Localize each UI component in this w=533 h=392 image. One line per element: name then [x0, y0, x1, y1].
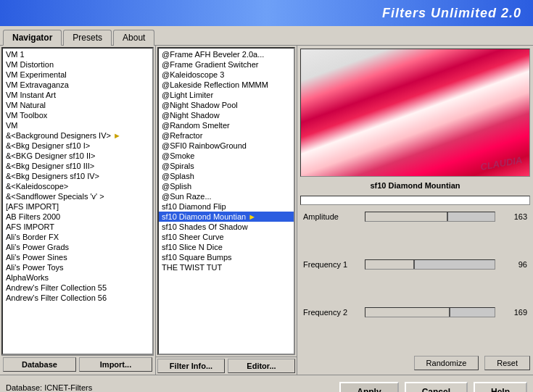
tab-presets[interactable]: Presets [63, 30, 112, 46]
right-panel: CLAUDIA sf10 Diamond Mountian Amplitude1… [297, 46, 533, 375]
right-list-item[interactable]: @Frame Gradient Switcher [159, 59, 294, 70]
tab-about[interactable]: About [113, 30, 154, 46]
left-list-item[interactable]: AFS IMPORT [3, 222, 152, 232]
randomize-button[interactable]: Randomize [414, 356, 479, 370]
left-list-item[interactable]: &<Bkg Designer sf10 III> [3, 161, 152, 171]
filter-name-label: sf10 Diamond Mountian [300, 180, 530, 191]
param-slider-fill [365, 308, 450, 317]
preview-image: CLAUDIA [300, 49, 530, 177]
filter-list[interactable]: @Frame AFH Beveler 2.0a...@Frame Gradien… [159, 49, 294, 354]
left-list-item[interactable]: AlphaWorks [3, 272, 152, 283]
right-list-item[interactable]: @Splash [159, 171, 294, 181]
left-list-item[interactable]: VM Toolbox [3, 110, 152, 120]
title-bar: Filters Unlimited 2.0 [0, 0, 533, 26]
right-list-item[interactable]: sf10 Sheer Curve [159, 232, 294, 242]
right-list-item[interactable]: @Frame AFH Beveler 2.0a... [159, 49, 294, 59]
status-bar: Database: ICNET-Filters Filters: 2931 Ap… [0, 375, 533, 392]
filter-list-panel: @Frame AFH Beveler 2.0a...@Frame Gradien… [156, 46, 297, 375]
left-list-item[interactable]: Ali's Power Toys [3, 262, 152, 272]
right-list-item[interactable]: @Night Shadow Pool [159, 100, 294, 110]
right-list-item[interactable]: @Night Shadow [159, 110, 294, 120]
import-button[interactable]: Import... [79, 357, 152, 372]
right-list-item[interactable]: @Random Smelter [159, 120, 294, 130]
empty-param-row [300, 273, 530, 288]
right-list-item[interactable]: @Kaleidoscope 3 [159, 70, 294, 80]
left-list-item[interactable]: Ali's Border FX [3, 232, 152, 242]
left-list-item[interactable]: &<Bkg Designer sf10 I> [3, 141, 152, 151]
left-list-item[interactable]: Ali's Power Grads [3, 242, 152, 252]
right-list-item[interactable]: THE TWIST TUT [159, 262, 294, 272]
arrow-indicator-icon: ► [246, 212, 256, 221]
right-list-item[interactable]: sf10 Square Bumps [159, 252, 294, 262]
param-slider[interactable] [365, 307, 495, 317]
category-list-container: VM 1VM DistortionVM ExperimentalVM Extra… [1, 47, 154, 355]
tab-navigator[interactable]: Navigator [3, 30, 62, 46]
param-row: Frequency 196 [300, 257, 530, 272]
bottom-toolbar: Database Import... [1, 355, 154, 373]
param-row: Frequency 2169 [300, 305, 530, 320]
filter-list-container: @Frame AFH Beveler 2.0a...@Frame Gradien… [157, 47, 295, 355]
left-list-item[interactable]: VM Experimental [3, 70, 152, 80]
category-list[interactable]: VM 1VM DistortionVM ExperimentalVM Extra… [3, 49, 152, 354]
empty-param-row [300, 241, 530, 256]
left-list-item[interactable]: AB Filters 2000 [3, 212, 152, 222]
right-list-item[interactable]: sf10 Slice N Dice [159, 242, 294, 252]
left-list-item[interactable]: &<Bkg Designers sf10 IV> [3, 171, 152, 181]
left-list-item[interactable]: &<BKG Designer sf10 II> [3, 151, 152, 161]
param-slider[interactable] [365, 259, 495, 270]
status-text: Database: ICNET-Filters Filters: 2931 [6, 383, 339, 393]
left-list-item[interactable]: Ali's Power Sines [3, 252, 152, 262]
reset-button[interactable]: Reset [484, 356, 530, 370]
left-list-item[interactable]: VM [3, 120, 152, 130]
db-status: Database: ICNET-Filters [6, 383, 339, 392]
editor-button[interactable]: Editor... [228, 359, 295, 373]
param-value: 169 [498, 308, 527, 317]
left-panel: VM 1VM DistortionVM ExperimentalVM Extra… [0, 46, 156, 375]
action-buttons: Apply Cancel Help [339, 382, 527, 393]
right-list-item[interactable]: sf10 Shades Of Shadow [159, 222, 294, 232]
left-list-item[interactable]: VM Instant Art [3, 90, 152, 100]
right-list-item[interactable]: @Refractor [159, 130, 294, 141]
param-value: 96 [498, 260, 527, 269]
param-slider-fill [365, 212, 448, 221]
right-list-item[interactable]: @Splish [159, 181, 294, 191]
database-button[interactable]: Database [3, 357, 76, 372]
right-list-item[interactable]: @Sun Raze... [159, 191, 294, 201]
right-list-item[interactable]: @Spirals [159, 161, 294, 171]
left-list-item[interactable]: VM Distortion [3, 59, 152, 70]
cancel-button[interactable]: Cancel [405, 382, 468, 393]
left-list-item[interactable]: [AFS IMPORT] [3, 201, 152, 212]
right-list-item[interactable]: @SFI0 RainbowGround [159, 141, 294, 151]
right-list-item[interactable]: @Light Limiter [159, 90, 294, 100]
tabs-area: Navigator Presets About [0, 26, 533, 45]
right-list-item[interactable]: sf10 Diamond Flip [159, 201, 294, 212]
progress-bar [300, 196, 530, 205]
param-row: Amplitude163 [300, 209, 530, 224]
param-label: Amplitude [303, 212, 362, 221]
filter-toolbar: Filter Info... Editor... [156, 356, 297, 375]
left-list-item[interactable]: Andrew's Filter Collection 56 [3, 293, 152, 303]
param-slider[interactable] [365, 212, 495, 222]
help-button[interactable]: Help [474, 382, 527, 393]
left-list-item[interactable]: &<Kaleidoscope> [3, 181, 152, 191]
param-label: Frequency 1 [303, 260, 362, 269]
empty-param-row [300, 321, 530, 335]
left-list-item[interactable]: VM 1 [3, 49, 152, 59]
right-list-item[interactable]: sf10 Diamond Mountian ► [159, 212, 294, 222]
main-content: VM 1VM DistortionVM ExperimentalVM Extra… [0, 45, 533, 375]
right-btn-row: Randomize Reset [300, 354, 530, 372]
right-list-item[interactable]: @Smoke [159, 151, 294, 161]
left-list-item[interactable]: Andrew's Filter Collection 55 [3, 283, 152, 293]
left-list-item[interactable]: &<Background Designers IV> ► [3, 130, 152, 141]
left-list-item[interactable]: &<Sandflower Specials 'v' > [3, 191, 152, 201]
left-list-item[interactable]: VM Natural [3, 100, 152, 110]
empty-param-row [300, 225, 530, 240]
right-list-item[interactable]: @Lakeside Reflection MMMM [159, 80, 294, 90]
panels-row: VM 1VM DistortionVM ExperimentalVM Extra… [0, 46, 533, 375]
left-list-item[interactable]: VM Extravaganza [3, 80, 152, 90]
empty-param-row [300, 337, 530, 351]
filterinfo-button[interactable]: Filter Info... [157, 359, 225, 373]
apply-button[interactable]: Apply [339, 382, 398, 393]
param-value: 163 [498, 212, 527, 221]
param-label: Frequency 2 [303, 308, 362, 317]
